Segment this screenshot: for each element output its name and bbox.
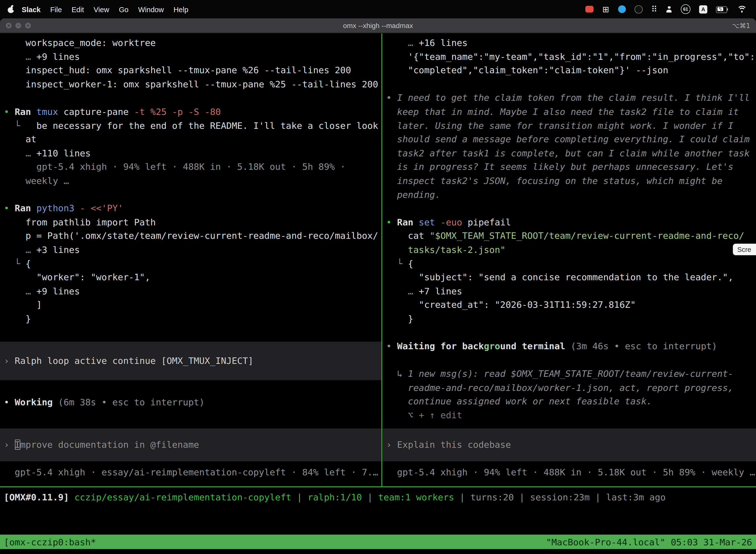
text-segment: weekly … xyxy=(4,175,69,186)
dots-grid-icon[interactable]: ⠿ xyxy=(651,5,657,13)
text-segment: Ran xyxy=(397,217,419,227)
input-source-icon[interactable]: A xyxy=(699,5,707,13)
person-icon[interactable] xyxy=(666,6,672,12)
text-segment: (6m 38s • esc to interrupt) xyxy=(58,397,205,407)
text-segment: tmux xyxy=(37,107,63,117)
terminal-line: '{"team_name":"my-team","task_id":"1","f… xyxy=(382,50,756,64)
text-segment: … xyxy=(4,148,37,158)
text-segment: "created_at": "2026-03-31T11:59:27.816Z" xyxy=(386,300,636,310)
text-segment: └ xyxy=(4,120,37,130)
text-segment: } xyxy=(386,314,413,324)
terminal-line: } xyxy=(0,312,381,326)
text-segment: +7 lines xyxy=(419,286,462,296)
grid-icon[interactable]: ⊞ xyxy=(603,5,610,13)
text-segment: (3m 46s • esc to interrupt) xyxy=(571,341,717,351)
omx-status-bar: [OMX#0.11.9] cczip/essay/ai-reimplementa… xyxy=(0,487,756,504)
menu-view[interactable]: View xyxy=(89,5,114,13)
terminal-line: … +16 lines xyxy=(382,36,756,50)
terminal-line: └ be necessary for the end of the README… xyxy=(0,119,381,133)
text-segment: - <<'PY' xyxy=(80,203,123,214)
text-segment: gpt-5.4 xhigh · 94% left · 488K in · 5.1… xyxy=(386,467,755,477)
dark-app-icon[interactable] xyxy=(634,5,642,13)
prompt-input[interactable]: › Explain this codebase xyxy=(382,428,756,461)
text-segment: mprove documentation in @filename xyxy=(20,439,199,449)
text-segment: Waiting for back xyxy=(397,341,484,351)
text-segment: ] xyxy=(4,300,42,310)
text-segment: … xyxy=(386,286,419,296)
text-segment: Explain this codebase xyxy=(397,439,511,449)
menu-window[interactable]: Window xyxy=(133,5,169,13)
ran-command-line: • Ran tmux capture-pane -t %25 -p -S -80 xyxy=(0,105,381,119)
right-terminal-pane[interactable]: … +16 lines '{"team_name":"my-team","tas… xyxy=(382,33,756,486)
text-segment: gpt-5.4 xhigh · 94% left · 488K in · 5.1… xyxy=(4,162,346,172)
text-segment: set xyxy=(419,217,441,227)
text-segment: … xyxy=(4,51,37,62)
wifi-icon[interactable] xyxy=(737,6,746,12)
blue-app-icon[interactable] xyxy=(618,5,626,13)
text-segment: | xyxy=(514,492,530,502)
text-segment: be necessary for the end of the README. … xyxy=(37,120,378,130)
window-shortcut-hint: ⌥⌘1 xyxy=(732,21,750,29)
terminal-line: … +110 lines xyxy=(0,147,381,160)
terminal-line xyxy=(382,78,756,92)
terminal-line: "subject": "send a concise recommendatio… xyxy=(382,271,756,285)
terminal-line: └ { xyxy=(382,257,756,271)
ran-command-line: • Ran set -euo pipefail xyxy=(382,215,756,229)
text-segment: Ran xyxy=(15,203,37,214)
screen-recording-indicator-icon[interactable] xyxy=(585,6,593,12)
text-segment: terminal xyxy=(516,341,571,351)
model-status-line: gpt-5.4 xhigh · essay/ai-reimplementatio… xyxy=(0,465,381,479)
terminal-line: … +9 lines xyxy=(0,284,381,298)
text-segment: gro xyxy=(484,341,500,351)
text-segment: tasks/task-2.json" xyxy=(386,244,505,255)
left-terminal-pane[interactable]: workspace_mode: worktree … +9 lines insp… xyxy=(0,33,381,486)
text-segment: "subject": "send a concise recommendatio… xyxy=(386,272,734,282)
text-segment: | xyxy=(362,492,378,502)
terminal-line: … +7 lines xyxy=(382,284,756,298)
prompt-input[interactable]: › Improve documentation in @filename xyxy=(0,428,381,461)
charging-bolt-icon: ϟ xyxy=(719,6,721,11)
terminal-line: from pathlib import Path xyxy=(0,215,381,229)
terminal-line: ] xyxy=(0,298,381,312)
menu-app-name[interactable]: Slack xyxy=(17,5,45,13)
spacer xyxy=(382,461,756,465)
text-segment: | xyxy=(292,492,308,502)
text-segment: inspect_worker-1: omx sparkshell --tmux-… xyxy=(4,79,378,89)
terminal-line: workspace_mode: worktree xyxy=(0,36,381,50)
text-segment: +110 lines xyxy=(37,148,91,158)
text-segment: • xyxy=(386,341,397,351)
text-segment: python3 xyxy=(37,203,80,214)
menu-go[interactable]: Go xyxy=(114,5,133,13)
text-segment: +9 lines xyxy=(37,51,80,62)
terminal-line: gpt-5.4 xhigh · 94% left · 488K in · 5.1… xyxy=(0,160,381,174)
menu-edit[interactable]: Edit xyxy=(67,5,89,13)
apple-menu-icon[interactable] xyxy=(8,6,14,13)
tmux-session-window[interactable]: [omx-cczip0:bash* xyxy=(4,537,96,547)
edit-hint-line: ⌥ + ↑ edit xyxy=(382,409,756,423)
terminal-line xyxy=(382,202,756,216)
mailbox-message-line: ↳ 1 new msg(s): read $OMX_TEAM_STATE_ROO… xyxy=(382,367,756,381)
terminal-line: inspect_hud: omx sparkshell --tmux-pane … xyxy=(0,64,381,78)
text-segment: should send a message before completing … xyxy=(386,134,750,145)
text-segment: workspace_mode: worktree xyxy=(4,38,156,48)
menu-help[interactable]: Help xyxy=(169,5,193,13)
terminal-line: inspect_worker-1: omx sparkshell --tmux-… xyxy=(0,78,381,92)
text-segment: 1 new msg(s): read $OMX_TEAM_STATE_ROOT/… xyxy=(408,369,734,379)
model-status-line: gpt-5.4 xhigh · 94% left · 488K in · 5.1… xyxy=(382,465,756,479)
text-segment: -euo xyxy=(441,217,467,227)
terminal-line: … +3 lines xyxy=(0,243,381,257)
macos-menu-bar: Slack File Edit View Go Window Help ⊞ ⠿ … xyxy=(0,0,756,18)
terminal-line xyxy=(382,353,756,367)
text-segment: und xyxy=(500,341,516,351)
menu-status-icons: ⊞ ⠿ 61 A ϟ xyxy=(585,4,746,14)
text-segment: at xyxy=(4,134,37,145)
reasoning-line: keep that in mind. Maybe I also need the… xyxy=(382,105,756,119)
text-cursor: I xyxy=(15,439,20,449)
apple-bite xyxy=(13,7,16,10)
spacer xyxy=(0,409,381,428)
terminal-line: p = Path('.omx/state/team/review-current… xyxy=(0,229,381,243)
battery-percent-badge[interactable]: 61 xyxy=(681,4,691,14)
text-segment: › xyxy=(4,356,15,366)
battery-icon[interactable]: ϟ xyxy=(716,6,729,12)
menu-file[interactable]: File xyxy=(45,5,67,13)
